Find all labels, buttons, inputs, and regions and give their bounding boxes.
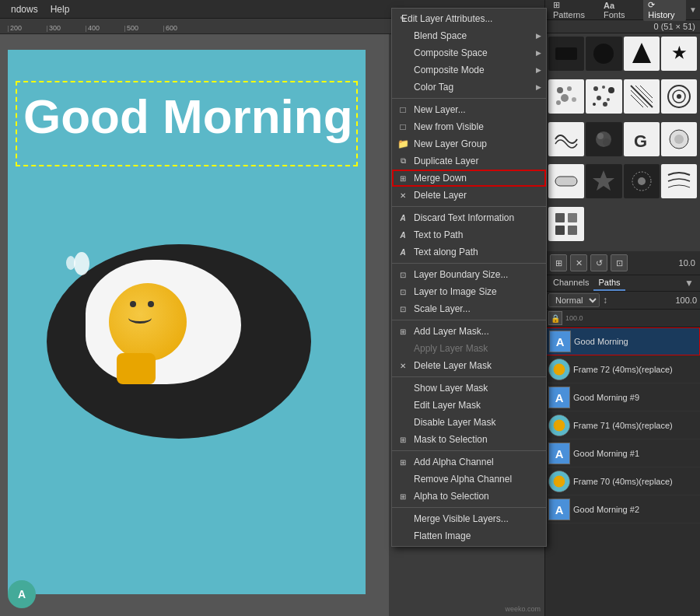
ruler-mark: 600 [163,26,202,32]
brush-item[interactable] [548,122,584,156]
ctx-merge-down[interactable]: ⊞ Merge Down [392,170,546,187]
layer-item-good-morning-2[interactable]: A Good Morning #2 [545,495,700,523]
patterns-label: Patterns [553,10,585,19]
ctx-alpha-to-selection[interactable]: ⊞ Alpha to Selection [392,488,546,505]
ctx-composite-space[interactable]: Composite Space [392,44,546,61]
menu-help[interactable]: Help [44,2,76,16]
ctx-add-alpha-channel[interactable]: ⊞ Add Alpha Channel [392,453,546,471]
ctx-layer-to-image-size[interactable]: ⊡ Layer to Image Size [392,283,546,300]
ctx-text-to-path[interactable]: A Text to Path [392,226,546,243]
brush-size-label: 0 (51 × 51) [653,22,695,31]
brush-size-info: 0 (51 × 51) [545,20,700,33]
patterns-icon: ⊞ [553,0,560,9]
ctx-text-along-path[interactable]: A Text along Path [392,243,546,261]
ctx-edit-layer-attributes[interactable]: ✎ Edit Layer Attributes... [392,10,546,27]
ctx-discard-text-info[interactable]: A Discard Text Information [392,209,546,226]
brush-item[interactable] [624,37,660,71]
svg-point-13 [607,98,610,101]
panel-chevron-icon[interactable]: ▼ [689,5,697,14]
ruler-marks: 200 300 400 500 600 [0,19,202,32]
brush-item[interactable] [586,37,621,71]
layer-item-frame70[interactable]: Frame 70 (40ms)(replace) [545,467,700,495]
scale-layer-icon: ⊡ [397,303,409,315]
brush-item[interactable]: G [624,122,660,156]
layer-thumb-frame72 [548,359,570,380]
brush-item[interactable]: ★ [661,37,697,71]
new-layer-icon: □ [397,103,409,116]
blend-mode-arrows[interactable]: ↕ [603,295,607,306]
ctx-new-layer[interactable]: □ New Layer... [392,101,546,118]
svg-point-10 [602,86,605,89]
tab-paths[interactable]: Paths [593,275,625,291]
ctx-disable-layer-mask[interactable]: Disable Layer Mask [392,414,546,431]
layer-item-frame72[interactable]: Frame 72 (40ms)(replace) [545,355,700,383]
ctx-delete-layer[interactable]: ✕ Delete Layer [392,187,546,204]
brush-item[interactable] [624,79,660,114]
brush-item[interactable] [548,37,584,71]
ctx-merge-visible-layers[interactable]: Merge Visible Layers... [392,510,546,527]
layer-item-good-morning-9[interactable]: A Good Morning #9 [545,383,700,411]
ruler-mark: 300 [47,26,86,32]
brush-item[interactable] [586,122,621,156]
brush-item[interactable] [661,164,697,198]
ctx-blend-space[interactable]: Blend Space [392,27,546,44]
layer-thumb-good-morning: A [549,331,571,352]
butter [117,353,156,384]
history-label: History [648,10,674,19]
layer-name-good-morning: Good Morning [574,337,696,346]
layer-list: A Good Morning Frame 72 (40ms)(replace) … [545,327,700,523]
brush-item[interactable] [548,207,584,241]
blend-mode-select[interactable]: Normal [548,293,600,307]
tab-history[interactable]: ⟳ History [643,0,686,21]
ctx-scale-layer[interactable]: ⊡ Scale Layer... [392,300,546,317]
tool-btn-3[interactable]: ↺ [590,254,607,271]
brush-item[interactable] [661,79,697,114]
ctx-layer-boundary-size[interactable]: ⊡ Layer Boundary Size... [392,266,546,283]
ctx-new-from-visible[interactable]: □ New from Visible [392,118,546,135]
new-layer-group-icon: 📁 [397,138,409,150]
menu-windows[interactable]: ndows [5,2,44,16]
brush-item[interactable] [586,79,621,114]
svg-point-32 [638,177,646,185]
layer-thumb-gm1: A [548,443,570,464]
tab-patterns[interactable]: ⊞ Patterns [548,0,596,21]
layer-item-good-morning-1[interactable]: A Good Morning #1 [545,439,700,467]
history-icon: ⟳ [648,0,655,9]
tab-fonts[interactable]: Aa Fonts [599,0,640,21]
lock-icon[interactable]: 🔒 [548,311,562,325]
ctx-duplicate-layer[interactable]: ⧉ Duplicate Layer [392,152,546,170]
svg-line-17 [635,86,653,103]
tool-btn-2[interactable]: ✕ [570,254,587,271]
brush-item[interactable] [624,164,660,198]
egg-highlight [74,252,89,275]
ctx-sep-3 [392,263,546,264]
eye-right [148,301,154,307]
svg-rect-36 [568,226,577,235]
ctx-add-layer-mask[interactable]: ⊞ Add Layer Mask... [392,323,546,340]
layer-item-good-morning[interactable]: A Good Morning [545,327,700,355]
ctx-delete-layer-mask[interactable]: ✕ Delete Layer Mask [392,357,546,374]
layer-thumb-frame71 [548,415,570,436]
layer-item-frame71[interactable]: Frame 71 (40ms)(replace) [545,411,700,439]
tab-channels[interactable]: Channels [548,275,593,291]
brush-item[interactable] [586,164,621,198]
brush-item[interactable] [548,164,584,198]
ctx-flatten-image[interactable]: Flatten Image [392,527,546,544]
tool-btn-4[interactable]: ⊡ [611,254,628,271]
ctx-show-layer-mask[interactable]: Show Layer Mask [392,380,546,397]
ctx-remove-alpha-channel[interactable]: Remove Alpha Channel [392,471,546,488]
brush-item[interactable] [661,122,697,156]
brush-item[interactable] [548,79,584,114]
egg-highlight2 [66,256,75,270]
ctx-sep-4 [392,320,546,320]
ctx-color-tag[interactable]: Color Tag [392,79,546,96]
tool-btn-1[interactable]: ⊞ [550,254,567,271]
layers-panel-menu-icon[interactable]: ▼ [681,275,697,291]
ctx-composite-mode[interactable]: Composite Mode [392,61,546,79]
svg-text:A: A [555,503,564,516]
fonts-icon: Aa [604,1,614,10]
ctx-mask-to-selection[interactable]: ⊞ Mask to Selection [392,431,546,448]
svg-text:A: A [555,447,564,460]
ctx-edit-layer-mask[interactable]: Edit Layer Mask [392,397,546,414]
ctx-new-layer-group[interactable]: 📁 New Layer Group [392,135,546,152]
